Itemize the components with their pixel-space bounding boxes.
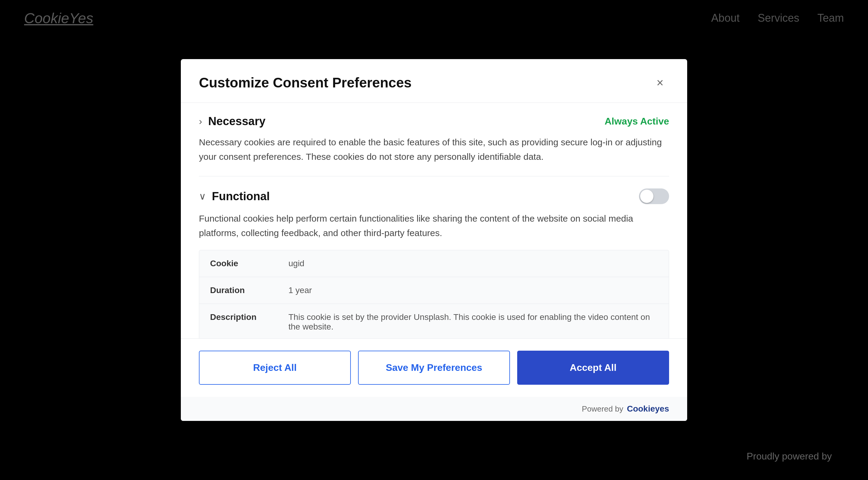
cookie-row-description: Description This cookie is set by the pr…	[199, 304, 669, 338]
modal-title: Customize Consent Preferences	[199, 74, 412, 91]
modal-overlay: Customize Consent Preferences × › Necess…	[0, 0, 868, 480]
functional-cookie-table: Cookie ugid Duration 1 year Description …	[199, 250, 669, 338]
consent-modal: Customize Consent Preferences × › Necess…	[181, 59, 687, 421]
necessary-section-header: › Necessary Always Active	[199, 115, 669, 128]
necessary-chevron[interactable]: ›	[199, 116, 202, 127]
cookie-label-duration: Duration	[210, 286, 288, 295]
powered-by-bar: Powered by Cookieyes	[181, 397, 687, 421]
functional-chevron[interactable]: ∨	[199, 190, 206, 202]
modal-footer: Reject All Save My Preferences Accept Al…	[181, 338, 687, 397]
functional-title: Functional	[212, 190, 270, 203]
close-button[interactable]: ×	[651, 73, 669, 92]
necessary-section: › Necessary Always Active Necessary cook…	[199, 103, 669, 176]
functional-title-row: ∨ Functional	[199, 190, 270, 203]
always-active-label: Always Active	[604, 116, 669, 127]
cookie-value-description: This cookie is set by the provider Unspl…	[288, 312, 658, 332]
cookie-row-duration: Duration 1 year	[199, 277, 669, 304]
proudly-powered-text: Proudly powered by	[747, 451, 832, 462]
cookie-value-cookie: ugid	[288, 259, 658, 268]
accept-all-button[interactable]: Accept All	[517, 351, 669, 385]
necessary-title: Necessary	[208, 115, 266, 128]
cookie-label-cookie: Cookie	[210, 259, 288, 268]
reject-all-button[interactable]: Reject All	[199, 351, 351, 385]
functional-toggle[interactable]	[639, 188, 669, 204]
necessary-description: Necessary cookies are required to enable…	[199, 135, 669, 164]
cookie-row-name: Cookie ugid	[199, 250, 669, 277]
modal-body: › Necessary Always Active Necessary cook…	[181, 103, 687, 338]
modal-header: Customize Consent Preferences ×	[181, 59, 687, 103]
functional-description: Functional cookies help perform certain …	[199, 211, 669, 240]
powered-by-text: Powered by	[582, 404, 623, 414]
cookieyes-logo: Cookieyes	[627, 404, 669, 414]
cookie-label-description: Description	[210, 312, 288, 332]
functional-section: ∨ Functional Functional cookies help per…	[199, 176, 669, 338]
necessary-title-row: › Necessary	[199, 115, 266, 128]
functional-section-header: ∨ Functional	[199, 188, 669, 204]
save-preferences-button[interactable]: Save My Preferences	[358, 351, 510, 385]
cookie-value-duration: 1 year	[288, 286, 658, 295]
